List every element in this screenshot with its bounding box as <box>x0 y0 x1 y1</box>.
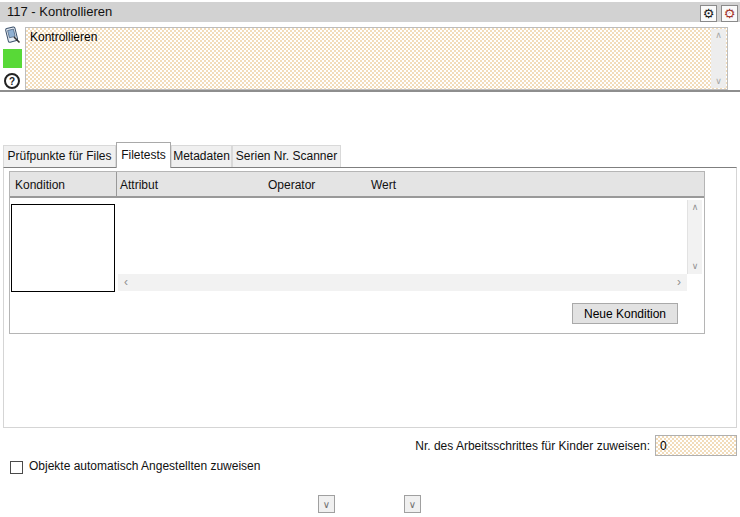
settings-disable-button[interactable]: ⚙ x <box>721 5 738 22</box>
auto-assign-checkbox[interactable] <box>10 461 23 474</box>
column-header-attribut: Attribut <box>120 172 158 198</box>
gear-icon: ⚙ <box>703 7 715 20</box>
dropdown-button-2[interactable]: ∨ <box>404 495 421 513</box>
chevron-down-icon: ∨ <box>323 499 330 510</box>
workflow-step-window: 117 - Kontrollieren ⚙ ⚙ x ? Kontrolliere… <box>0 0 740 517</box>
section-divider <box>0 90 740 92</box>
conditions-panel: Kondition Attribut Operator Wert ∧ ∨ ‹ ›… <box>9 171 705 334</box>
title-bar: 117 - Kontrollieren ⚙ ⚙ x <box>0 2 740 22</box>
dropdown-button-1[interactable]: ∨ <box>318 495 335 513</box>
description-scrollbar[interactable]: ∧ ∨ <box>711 29 726 88</box>
help-icon[interactable]: ? <box>4 73 20 89</box>
tab-serien-nr-scanner[interactable]: Serien Nr. Scanner <box>232 145 341 167</box>
status-color-square <box>3 49 22 68</box>
column-header-wert: Wert <box>371 172 396 198</box>
step-description-text: Kontrollieren <box>30 30 97 44</box>
device-icon <box>3 26 21 44</box>
child-step-label: Nr. des Arbeitsschrittes für Kinder zuwe… <box>300 439 650 453</box>
conditions-grid-header: Kondition Attribut Operator Wert <box>10 172 704 198</box>
scroll-down-icon[interactable]: ∨ <box>711 75 726 88</box>
scroll-right-icon[interactable]: › <box>672 274 686 291</box>
new-condition-button[interactable]: Neue Kondition <box>572 303 678 324</box>
header-divider <box>116 172 117 198</box>
window-title: 117 - Kontrollieren <box>7 2 112 22</box>
step-description-textarea[interactable]: Kontrollieren ∧ ∨ <box>25 27 728 90</box>
x-overlay-icon: x <box>728 9 732 16</box>
settings-button[interactable]: ⚙ <box>700 5 717 22</box>
column-header-operator: Operator <box>268 172 315 198</box>
filetests-tab-panel: Kondition Attribut Operator Wert ∧ ∨ ‹ ›… <box>3 167 737 428</box>
auto-assign-checkbox-label: Objekte automatisch Angestellten zuweise… <box>29 459 260 473</box>
conditions-vertical-scrollbar[interactable]: ∧ ∨ <box>687 200 702 274</box>
scroll-up-icon[interactable]: ∧ <box>711 29 726 42</box>
scroll-down-icon[interactable]: ∨ <box>688 260 702 273</box>
condition-listbox[interactable] <box>11 204 115 292</box>
scroll-up-icon[interactable]: ∧ <box>688 201 702 214</box>
tab-metadaten[interactable]: Metadaten <box>171 145 232 167</box>
column-header-kondition: Kondition <box>15 172 65 198</box>
scroll-left-icon[interactable]: ‹ <box>119 274 133 291</box>
tab-filetests[interactable]: Filetests <box>116 142 171 168</box>
tab-pruefpunkte-fuer-files[interactable]: Prüfpunkte für Files <box>3 145 116 167</box>
conditions-horizontal-scrollbar[interactable]: ‹ › <box>118 274 687 291</box>
child-step-input[interactable] <box>655 435 737 456</box>
chevron-down-icon: ∨ <box>409 499 416 510</box>
